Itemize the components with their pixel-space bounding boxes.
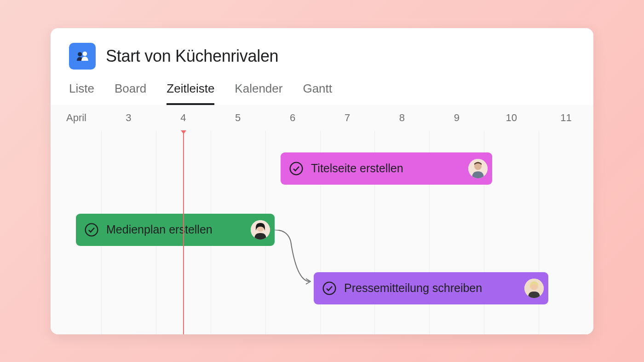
- task-medienplan[interactable]: Medienplan erstellen: [76, 214, 275, 246]
- tab-kalender[interactable]: Kalender: [235, 82, 282, 105]
- project-header: Start von Küchenrivalen: [51, 28, 593, 70]
- date-col-6: 6: [265, 105, 320, 131]
- task-pressemitteilung[interactable]: Pressemitteilung schreiben: [314, 272, 548, 304]
- timeline-date-header: April 3 4 5 6 7 8 9 10 11: [51, 105, 593, 131]
- check-circle-icon: [289, 161, 304, 176]
- check-circle-icon: [84, 222, 99, 237]
- project-people-icon: [69, 43, 96, 70]
- task-titelseite[interactable]: Titelseite erstellen: [281, 152, 492, 185]
- date-col-4: 4: [156, 105, 211, 131]
- project-title: Start von Küchenrivalen: [106, 47, 278, 66]
- project-card: Start von Küchenrivalen Liste Board Zeit…: [51, 28, 593, 334]
- tab-gantt[interactable]: Gantt: [303, 82, 332, 105]
- date-col-5: 5: [211, 105, 265, 131]
- tab-board[interactable]: Board: [115, 82, 146, 105]
- date-col-8: 8: [374, 105, 429, 131]
- view-tabs: Liste Board Zeitleiste Kalender Gantt: [51, 70, 593, 105]
- svg-point-2: [290, 162, 303, 175]
- date-col-3: 3: [101, 105, 156, 131]
- avatar: [468, 159, 488, 178]
- svg-point-8: [323, 282, 336, 294]
- date-columns: 3 4 5 6 7 8 9 10 11: [101, 105, 593, 131]
- task-label: Pressemitteilung schreiben: [344, 281, 517, 295]
- current-time-marker: [183, 131, 184, 334]
- avatar: [524, 279, 544, 298]
- svg-point-0: [78, 52, 82, 56]
- date-col-11: 11: [539, 105, 593, 131]
- task-label: Titelseite erstellen: [311, 162, 461, 175]
- svg-point-5: [86, 223, 98, 236]
- task-label: Medienplan erstellen: [106, 223, 243, 236]
- avatar: [251, 220, 270, 239]
- month-label: April: [66, 112, 86, 124]
- svg-point-1: [83, 51, 87, 56]
- date-col-7: 7: [320, 105, 375, 131]
- tab-zeitleiste[interactable]: Zeitleiste: [167, 82, 214, 105]
- date-col-9: 9: [429, 105, 484, 131]
- timeline-area: April 3 4 5 6 7 8 9 10 11: [51, 105, 593, 334]
- timeline-grid: Titelseite erstellen Medienplan erstel: [51, 131, 593, 334]
- check-circle-icon: [322, 281, 337, 296]
- tab-liste[interactable]: Liste: [69, 82, 94, 105]
- date-col-10: 10: [484, 105, 539, 131]
